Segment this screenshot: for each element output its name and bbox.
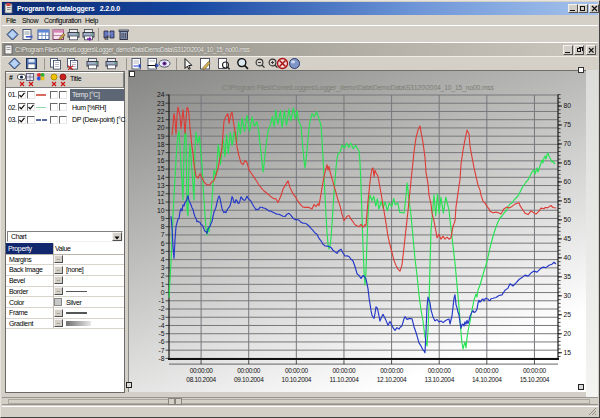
svg-text:1: 1 (161, 281, 165, 288)
svg-text:13.10.2004: 13.10.2004 (424, 376, 454, 383)
svg-text:16: 16 (157, 157, 165, 164)
svg-text:-5: -5 (158, 330, 164, 337)
svg-text:-8: -8 (158, 355, 164, 362)
svg-text:00:00:00: 00:00:00 (380, 367, 404, 374)
svg-text:70: 70 (564, 140, 572, 147)
svg-text:50: 50 (564, 216, 572, 223)
svg-text:12: 12 (157, 190, 165, 197)
svg-text:20: 20 (564, 330, 572, 337)
svg-text:80: 80 (564, 102, 572, 109)
svg-text:55: 55 (564, 197, 572, 204)
svg-text:-6: -6 (158, 338, 164, 345)
svg-text:10.10.2004: 10.10.2004 (282, 376, 312, 383)
svg-text:14.10.2004: 14.10.2004 (472, 376, 502, 383)
svg-text:18: 18 (157, 141, 165, 148)
svg-text:-3: -3 (158, 314, 164, 321)
svg-text:-1: -1 (158, 297, 164, 304)
svg-text:8: 8 (161, 223, 165, 230)
svg-text:00:00:00: 00:00:00 (428, 367, 452, 374)
svg-text:17: 17 (157, 149, 165, 156)
svg-text:11: 11 (157, 198, 164, 205)
svg-text:00:00:00: 00:00:00 (190, 367, 214, 374)
svg-text:3: 3 (161, 264, 165, 271)
svg-text:00:00:00: 00:00:00 (285, 367, 309, 374)
svg-text:5: 5 (161, 248, 165, 255)
svg-text:25: 25 (564, 311, 572, 318)
svg-text:9: 9 (161, 215, 165, 222)
svg-text:10: 10 (157, 207, 165, 214)
svg-text:24: 24 (157, 91, 165, 98)
svg-text:7: 7 (161, 231, 165, 238)
svg-text:00:00:00: 00:00:00 (237, 367, 261, 374)
svg-text:00:00:00: 00:00:00 (523, 367, 547, 374)
svg-text:6: 6 (161, 240, 165, 247)
svg-text:-4: -4 (158, 322, 164, 329)
svg-text:14: 14 (157, 174, 165, 181)
svg-text:a: a (104, 34, 108, 41)
svg-text:35: 35 (564, 273, 572, 280)
svg-text:30: 30 (564, 292, 572, 299)
svg-text:19: 19 (157, 133, 165, 140)
svg-text:0: 0 (161, 289, 165, 296)
svg-text:09.10.2004: 09.10.2004 (234, 376, 264, 383)
svg-text:00:00:00: 00:00:00 (333, 367, 357, 374)
svg-text:4: 4 (161, 256, 165, 263)
svg-text:-2: -2 (158, 305, 164, 312)
svg-text:08.10.2004: 08.10.2004 (186, 376, 216, 383)
svg-text:15: 15 (157, 165, 165, 172)
svg-text:00:00:00: 00:00:00 (475, 367, 499, 374)
svg-text:-7: -7 (158, 347, 164, 354)
svg-text:C:\Program Files\CometLoggers\: C:\Program Files\CometLoggers\Logger_dem… (222, 84, 495, 92)
svg-text:23: 23 (157, 100, 165, 107)
svg-text:2: 2 (161, 272, 165, 279)
svg-text:11.10.2004: 11.10.2004 (329, 376, 359, 383)
svg-text:65: 65 (564, 159, 572, 166)
svg-text:40: 40 (564, 254, 572, 261)
svg-text:75: 75 (564, 121, 572, 128)
svg-text:20: 20 (157, 124, 165, 131)
svg-text:22: 22 (157, 108, 165, 115)
svg-text:60: 60 (564, 178, 572, 185)
svg-text:45: 45 (564, 235, 572, 242)
svg-text:21: 21 (157, 116, 165, 123)
svg-text:13: 13 (157, 182, 165, 189)
svg-text:12.10.2004: 12.10.2004 (377, 376, 407, 383)
svg-text:15: 15 (564, 349, 572, 356)
svg-text:15.10.2004: 15.10.2004 (520, 376, 550, 383)
